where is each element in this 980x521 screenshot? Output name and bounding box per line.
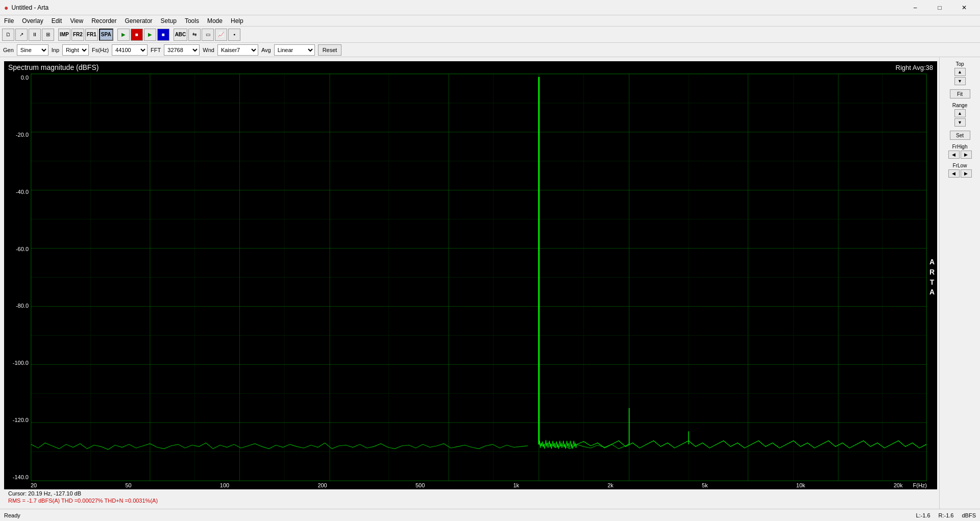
fs-label: Fs(Hz): [92, 47, 109, 53]
menu-item-overlay[interactable]: Overlay: [18, 16, 47, 26]
plot-area[interactable]: [31, 73, 927, 481]
range-up-button[interactable]: ▲: [954, 109, 966, 117]
x-label-100: 100: [220, 482, 229, 488]
right-panel: Top ▲ ▼ Fit Range ▲ ▼ Set FrHigh ◀ ▶: [939, 57, 980, 509]
frlow-section: FrLow ◀ ▶: [948, 163, 972, 178]
minimize-button[interactable]: –: [903, 0, 927, 15]
chart-title: Spectrum magnitude (dBFS): [8, 63, 99, 71]
play-green-button[interactable]: ▶: [117, 29, 130, 41]
frhigh-left-button[interactable]: ◀: [948, 151, 960, 159]
arta-r: R: [929, 267, 935, 278]
arta-a1: A: [929, 257, 935, 267]
top-down-button[interactable]: ▼: [954, 77, 966, 85]
y-label-0: 0.0: [21, 75, 29, 81]
inp-select[interactable]: Left Right Both: [62, 44, 89, 56]
frlow-right-button[interactable]: ▶: [961, 169, 972, 178]
set-button[interactable]: Set: [950, 131, 970, 140]
x-label-500: 500: [415, 482, 425, 488]
chart-title-row: Spectrum magnitude (dBFS) Right Avg:38: [4, 61, 937, 73]
play2-button[interactable]: ▶: [144, 29, 156, 41]
range-section: Range ▲ ▼: [952, 103, 967, 127]
y-label-4: -80.0: [16, 303, 29, 309]
imp-button[interactable]: IMP: [58, 29, 70, 41]
frhigh-section: FrHigh ◀ ▶: [948, 144, 972, 159]
menu-item-generator[interactable]: Generator: [121, 16, 157, 26]
l-value: L:-1.6: [916, 512, 930, 518]
main-area: Spectrum magnitude (dBFS) Right Avg:38 0…: [0, 57, 980, 509]
y-label-1: -20.0: [16, 132, 29, 138]
arta-side-label: A R T A: [927, 73, 937, 481]
y-label-6: -120.0: [13, 417, 29, 423]
frlow-left-button[interactable]: ◀: [948, 169, 960, 178]
y-label-2: -40.0: [16, 189, 29, 195]
y-axis: 0.0 -20.0 -40.0 -60.0 -80.0 -100.0 -120.…: [4, 73, 31, 481]
stop-button[interactable]: ■: [131, 29, 143, 41]
x-label-20: 20: [31, 482, 37, 488]
avg-select[interactable]: Linear Exponential: [274, 44, 315, 56]
menu-item-mode[interactable]: Mode: [203, 16, 227, 26]
gen-select[interactable]: Sine Square White Pink: [17, 44, 48, 56]
chart-area[interactable]: 0.0 -20.0 -40.0 -60.0 -80.0 -100.0 -120.…: [4, 73, 937, 481]
frlow-label: FrLow: [953, 163, 967, 168]
chart-container: Spectrum magnitude (dBFS) Right Avg:38 0…: [4, 61, 937, 505]
spa-button[interactable]: SPA: [99, 29, 113, 41]
playback-button[interactable]: ↗: [15, 29, 28, 41]
app-icon: ●: [4, 4, 8, 12]
fit-button[interactable]: Fit: [950, 89, 970, 98]
menu-item-recorder[interactable]: Recorder: [87, 16, 120, 26]
new-button[interactable]: 🗋: [2, 29, 14, 41]
y-label-5: -100.0: [13, 360, 29, 366]
avg-label: Avg: [261, 47, 271, 53]
genbar: Gen Sine Square White Pink Inp Left Righ…: [0, 43, 980, 57]
window-title: Untitled - Arta: [11, 4, 48, 11]
statusbar: Ready L:-1.6 R:-1.6 dBFS: [0, 509, 980, 521]
close-button[interactable]: ✕: [952, 0, 976, 15]
menu-item-file[interactable]: File: [0, 16, 18, 26]
abc-button[interactable]: ABC: [174, 29, 188, 41]
r-value: R:-1.6: [939, 512, 954, 518]
wnd-select[interactable]: Rectangle Hann Hamming Blackman Kaiser7: [217, 44, 258, 56]
menu-item-edit[interactable]: Edit: [47, 16, 66, 26]
fr2-button[interactable]: FR2: [71, 29, 84, 41]
menu-item-setup[interactable]: Setup: [157, 16, 181, 26]
menu-item-help[interactable]: Help: [227, 16, 248, 26]
menu-item-tools[interactable]: Tools: [181, 16, 203, 26]
y-label-7: -140.0: [13, 474, 29, 480]
sq2-button[interactable]: ▪: [228, 29, 240, 41]
status-text: Ready: [4, 512, 20, 518]
fr1-button[interactable]: FR1: [85, 29, 98, 41]
cursor-info: Cursor: 20.19 Hz, -127.10 dB: [8, 490, 933, 497]
reset-button[interactable]: Reset: [318, 44, 342, 56]
chart-bottom: Cursor: 20.19 Hz, -127.10 dB RMS = -1.7 …: [4, 489, 937, 505]
maximize-button[interactable]: □: [928, 0, 951, 15]
wnd-label: Wnd: [203, 47, 214, 53]
frhigh-label: FrHigh: [952, 144, 967, 150]
x-label-5k: 5k: [702, 482, 708, 488]
grid-button[interactable]: ⊞: [42, 29, 54, 41]
fft-label: FFT: [151, 47, 161, 53]
fft-select[interactable]: 1024 2048 4096 8192 16384 32768 65536: [164, 44, 200, 56]
arta-t: T: [930, 278, 935, 288]
fs-select[interactable]: 44100 48000 96000: [112, 44, 148, 56]
x-axis-unit: F(Hz): [913, 482, 938, 488]
menu-item-view[interactable]: View: [66, 16, 87, 26]
x-label-2k: 2k: [607, 482, 614, 488]
arta-a2: A: [929, 287, 935, 297]
swap-button[interactable]: ⇆: [188, 29, 201, 41]
inp-label: Inp: [52, 47, 59, 53]
sq1-button[interactable]: ▭: [202, 29, 214, 41]
top-section: Top ▲ ▼: [954, 61, 966, 85]
toolbar: 🗋 ↗ ⏸ ⊞ IMP FR2 FR1 SPA ▶ ■ ▶ ■ ABC ⇆ ▭ …: [0, 27, 980, 43]
pause-button[interactable]: ⏸: [29, 29, 41, 41]
top-label: Top: [955, 61, 964, 67]
top-up-button[interactable]: ▲: [954, 68, 966, 76]
x-axis-labels: 20 50 100 200 500 1k 2k 5k 10k 20k: [31, 482, 913, 488]
range-label: Range: [952, 103, 967, 108]
range-down-button[interactable]: ▼: [954, 118, 966, 127]
chart-button[interactable]: 📈: [215, 29, 227, 41]
x-label-1k: 1k: [513, 482, 519, 488]
menubar: FileOverlayEditViewRecorderGeneratorSetu…: [0, 15, 980, 27]
frhigh-right-button[interactable]: ▶: [961, 151, 972, 159]
block-button[interactable]: ■: [157, 29, 169, 41]
set-section: Set: [950, 131, 970, 140]
